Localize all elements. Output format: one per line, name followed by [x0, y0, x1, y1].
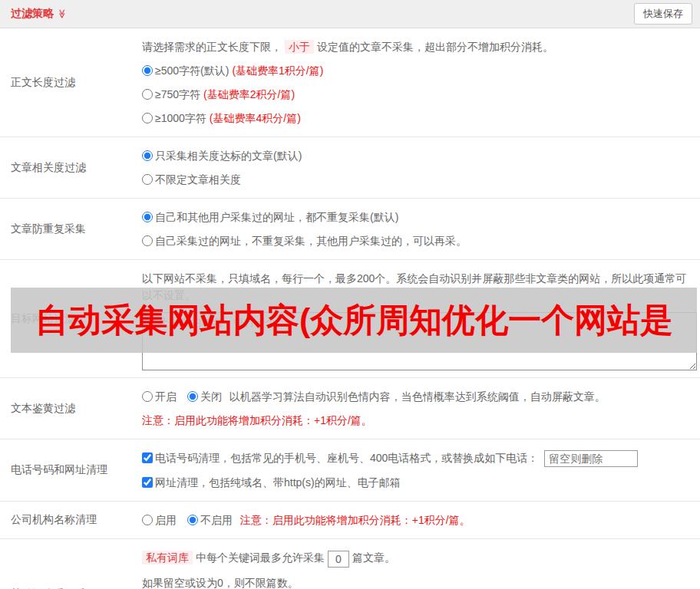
- option-label: 自己和其他用户采集过的网址，都不重复采集(默认): [155, 211, 398, 223]
- keyword-line1-post: 篇文章。: [352, 551, 395, 564]
- option-note: (基础费率4积分/篇): [210, 112, 301, 124]
- porn-radio-off[interactable]: [187, 391, 198, 402]
- length-option-1000[interactable]: ≥1000字符(基础费率4积分/篇): [142, 112, 301, 124]
- quick-save-button[interactable]: 快速保存: [634, 3, 692, 25]
- row-label: 公司机构名称清理: [0, 502, 142, 538]
- length-description: 请选择需求的正文长度下限，小于设定值的文章不采集，超出部分不增加积分消耗。: [142, 38, 697, 55]
- option-label: 启用: [155, 514, 177, 526]
- option-note: (基础费率2积分/篇): [203, 88, 295, 100]
- row-dedup-collection: 文章防重复采集 自己和其他用户采集过的网址，都不重复采集(默认) 自己采集过的网…: [0, 199, 700, 260]
- option-label: 开启: [155, 390, 177, 403]
- dedup-radio-global[interactable]: [142, 212, 153, 222]
- desc-post: 设定值的文章不采集，超出部分不增加积分消耗。: [317, 41, 553, 53]
- row-target-site-filter: 目标网站过滤 以下网站不采集，只填域名，每行一个，最多200个。系统会自动识别并…: [0, 260, 700, 378]
- row-relevance-filter: 文章相关度过滤 只采集相关度达标的文章(默认) 不限定文章相关度: [0, 137, 700, 199]
- row-company-cleanup: 公司机构名称清理 启用 不启用 注意：启用此功能将增加积分消耗：+1积分/篇。: [0, 502, 700, 539]
- length-radio-500[interactable]: [142, 65, 153, 76]
- replacement-phone-input[interactable]: [544, 450, 638, 467]
- porn-cost-note: 注意：启用此功能将增加积分消耗：+1积分/篇。: [142, 412, 697, 429]
- option-label: 网址清理，包括纯域名、带http(s)的网址、电子邮箱: [155, 476, 401, 489]
- url-cleanup-checkbox[interactable]: [142, 477, 153, 488]
- dedup-radio-self[interactable]: [142, 235, 153, 246]
- row-keyword-dedup: 关键词防重复采集 私有词库中每个关键词最多允许采集篇文章。 如果留空或设为0，则…: [0, 539, 700, 589]
- row-label: 文本鉴黄过滤: [0, 378, 142, 439]
- length-radio-750[interactable]: [142, 89, 153, 100]
- relevance-radio-any[interactable]: [142, 174, 153, 185]
- company-radio-on[interactable]: [142, 515, 153, 525]
- company-option-on[interactable]: 启用: [142, 514, 180, 526]
- row-label: 电话号码和网址清理: [0, 439, 142, 501]
- porn-option-on[interactable]: 开启: [142, 390, 180, 403]
- page-title[interactable]: 过滤策略≫: [11, 7, 68, 21]
- phone-cleanup-option[interactable]: 电话号码清理，包括常见的手机号、座机号、400电话格式，或替换成如下电话：: [142, 452, 541, 464]
- row-porn-filter: 文本鉴黄过滤 开启 关闭 以机器学习算法自动识别色情内容，当色情概率达到系统阈值…: [0, 378, 700, 439]
- option-label: 只采集相关度达标的文章(默认): [155, 150, 302, 162]
- option-note: (基础费率1积分/篇): [232, 64, 323, 77]
- company-cost-note: 注意：启用此功能将增加积分消耗：+1积分/篇。: [240, 514, 471, 526]
- row-label: 文章防重复采集: [0, 199, 142, 259]
- max-articles-input[interactable]: [328, 551, 349, 568]
- option-label: 关闭: [200, 390, 222, 403]
- option-label: 不启用: [200, 514, 233, 526]
- porn-description: 以机器学习算法自动识别色情内容，当色情概率达到系统阈值，自动屏蔽文章。: [229, 390, 606, 403]
- length-option-500[interactable]: ≥500字符(默认)(基础费率1积分/篇): [142, 64, 323, 77]
- private-lexicon-tag: 私有词库: [142, 551, 193, 564]
- option-label: 电话号码清理，包括常见的手机号、座机号、400电话格式，或替换成如下电话：: [155, 452, 538, 464]
- option-label: ≥500字符(默认): [155, 64, 229, 77]
- row-label: 正文长度过滤: [0, 28, 142, 137]
- row-text-length-filter: 正文长度过滤 请选择需求的正文长度下限，小于设定值的文章不采集，超出部分不增加积…: [0, 28, 700, 137]
- ad-overlay-text: 自动采集网站内容(众所周知优化一个网站是: [11, 304, 673, 337]
- row-label: 文章相关度过滤: [0, 137, 142, 198]
- desc-pre: 请选择需求的正文长度下限，: [142, 41, 282, 53]
- row-phone-url-cleanup: 电话号码和网址清理 电话号码清理，包括常见的手机号、座机号、400电话格式，或替…: [0, 439, 700, 502]
- option-label: 自己采集过的网址，不重复采集，其他用户采集过的，可以再采。: [155, 235, 467, 247]
- dedup-option-self[interactable]: 自己采集过的网址，不重复采集，其他用户采集过的，可以再采。: [142, 235, 467, 247]
- keyword-note-zero: 如果留空或设为0，则不限篇数。: [142, 574, 697, 589]
- chevron-down-icon: ≫: [57, 9, 68, 19]
- top-toolbar: 过滤策略≫ 快速保存: [0, 0, 700, 28]
- row-label: 关键词防重复采集: [0, 539, 142, 589]
- url-cleanup-option[interactable]: 网址清理，包括纯域名、带http(s)的网址、电子邮箱: [142, 476, 401, 489]
- relevance-radio-strict[interactable]: [142, 150, 153, 161]
- phone-cleanup-checkbox[interactable]: [142, 452, 153, 463]
- porn-option-off[interactable]: 关闭: [187, 390, 225, 403]
- relevance-option-any[interactable]: 不限定文章相关度: [142, 173, 241, 186]
- ad-overlay-banner: 自动采集网站内容(众所周知优化一个网站是: [11, 288, 697, 353]
- dedup-option-global[interactable]: 自己和其他用户采集过的网址，都不重复采集(默认): [142, 211, 398, 223]
- option-label: ≥750字符: [155, 88, 200, 100]
- length-option-750[interactable]: ≥750字符(基础费率2积分/篇): [142, 88, 295, 100]
- desc-highlight: 小于: [285, 40, 314, 54]
- page-title-text: 过滤策略: [11, 7, 54, 19]
- company-radio-off[interactable]: [187, 515, 198, 525]
- relevance-option-strict[interactable]: 只采集相关度达标的文章(默认): [142, 150, 302, 162]
- option-label: 不限定文章相关度: [155, 173, 241, 186]
- porn-radio-on[interactable]: [142, 391, 153, 402]
- company-option-off[interactable]: 不启用: [187, 514, 236, 526]
- option-label: ≥1000字符: [155, 112, 206, 124]
- keyword-line1-mid: 中每个关键词最多允许采集: [196, 551, 325, 564]
- length-radio-1000[interactable]: [142, 113, 153, 123]
